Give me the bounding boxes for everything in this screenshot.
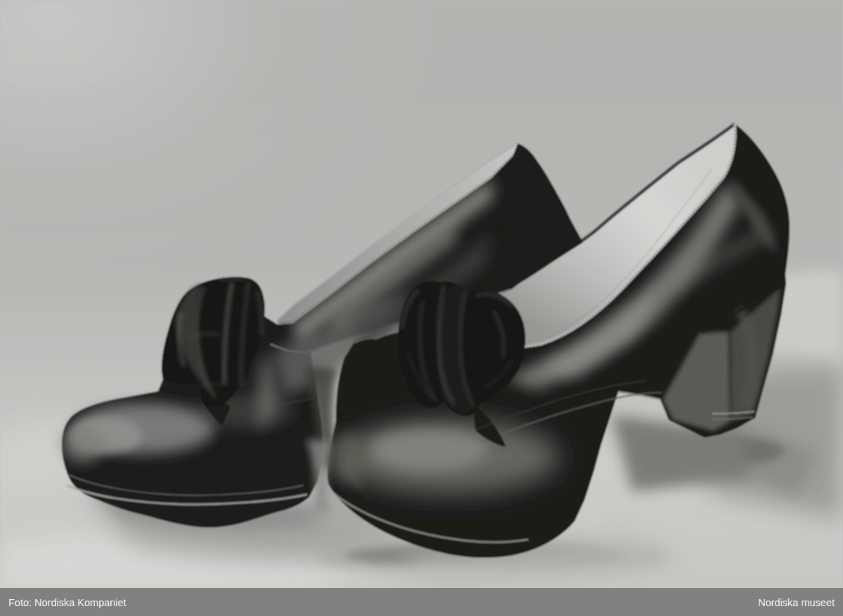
svg-text:Foto: Nordiska Kompaniet: Foto: Nordiska Kompaniet <box>8 597 126 608</box>
svg-text:Nordiska museet: Nordiska museet <box>758 597 835 608</box>
